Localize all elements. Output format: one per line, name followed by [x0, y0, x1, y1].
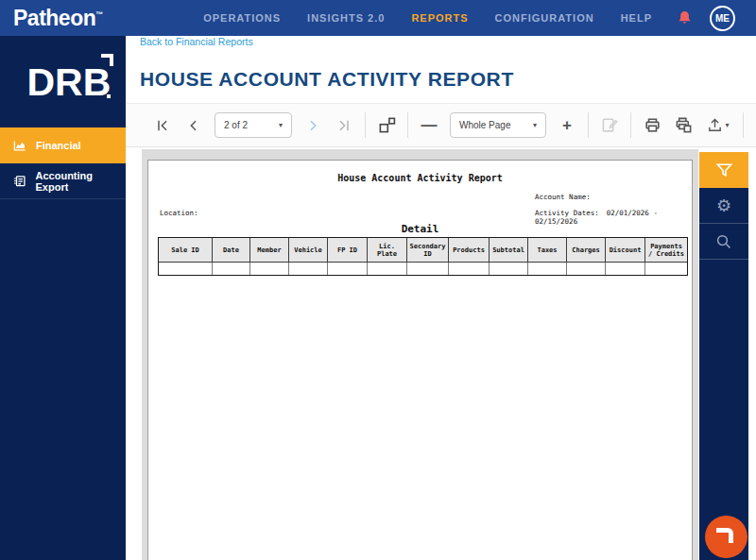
export-icon: [707, 117, 723, 133]
patheon-logo: Patheon™: [13, 6, 103, 31]
column-header-secondary-id: Secondary ID: [407, 238, 449, 263]
sidebar-item-label: Accounting Export: [36, 170, 126, 193]
table-cell: [490, 263, 528, 275]
table-cell: [368, 263, 407, 275]
column-header-payments-credits: Payments / Credits: [645, 238, 687, 263]
table-row: [159, 263, 687, 275]
account-name-label: Account Name:: [535, 193, 591, 201]
notifications-button[interactable]: [677, 9, 693, 26]
report-options-panel: ⚙: [699, 152, 748, 560]
sidebar-item-label: Financial: [36, 140, 81, 151]
table-cell: [606, 263, 645, 275]
column-header-fp-id: FP ID: [328, 238, 368, 263]
chevron-left-icon: [186, 118, 201, 133]
chevron-down-icon: ▾: [533, 121, 537, 129]
edit-parameters-button[interactable]: [599, 115, 620, 136]
table-cell: [289, 263, 328, 275]
detail-table: Sale ID Date Member Vehicle FP ID Lic. P…: [158, 237, 688, 276]
chart-icon: [12, 139, 27, 153]
nav-item-help[interactable]: HELP: [621, 12, 652, 24]
left-sidebar: DRB Financial Accounting Export: [0, 36, 126, 560]
next-page-button[interactable]: [302, 115, 323, 136]
toolbar-separator: [407, 112, 408, 138]
last-page-button[interactable]: [334, 115, 354, 136]
toolbar-separator: [365, 112, 366, 138]
nav-item-configuration[interactable]: CONFIGURATION: [495, 12, 594, 24]
sidebar-item-accounting-export[interactable]: Accounting Export: [0, 163, 126, 199]
export-button[interactable]: ▾: [704, 115, 732, 136]
page-title: HOUSE ACCOUNT ACTIVITY REPORT: [140, 68, 514, 91]
detail-table-header: Sale ID Date Member Vehicle FP ID Lic. P…: [159, 238, 687, 263]
drb-period-mark: [107, 94, 111, 98]
location-label: Location:: [160, 209, 198, 217]
table-cell: [159, 263, 213, 275]
column-header-sale-id: Sale ID: [159, 238, 213, 263]
column-header-taxes: Taxes: [528, 238, 567, 263]
filter-parameters-button[interactable]: [699, 152, 748, 188]
column-header-products: Products: [449, 238, 490, 263]
zoom-in-button[interactable]: +: [557, 115, 577, 136]
previous-page-button[interactable]: [183, 115, 204, 136]
chevron-down-icon: ▾: [279, 121, 283, 129]
column-header-discount: Discount: [606, 238, 645, 263]
gear-icon: ⚙: [716, 195, 731, 216]
multi-page-layout-icon: [378, 116, 396, 134]
activity-dates-label: Activity Dates:: [535, 209, 599, 217]
printer-page-icon: [675, 116, 693, 134]
column-header-date: Date: [213, 238, 250, 263]
panel-search-button[interactable]: [699, 224, 748, 260]
report-viewer-toolbar: 2 of 2 ▾ — Whole Page ▾ +: [126, 103, 756, 147]
nav-item-operations[interactable]: OPERATIONS: [203, 12, 281, 24]
page-number-value: 2 of 2: [224, 120, 248, 130]
chevron-down-icon: ▾: [725, 121, 729, 129]
table-cell: [250, 263, 289, 275]
drb-bracket-icon: [716, 528, 733, 543]
report-page: House Account Activity Report Account Na…: [147, 160, 693, 560]
first-page-icon: [155, 118, 170, 133]
zoom-level-select[interactable]: Whole Page ▾: [450, 112, 546, 138]
report-viewer-body: House Account Activity Report Account Na…: [126, 147, 756, 560]
user-avatar[interactable]: ME: [710, 6, 735, 31]
detail-section-title: Detail: [148, 223, 692, 235]
last-page-icon: [336, 118, 352, 133]
edit-document-icon: [601, 116, 619, 134]
top-navigation-bar: Patheon™ OPERATIONS INSIGHTS 2.0 REPORTS…: [0, 0, 756, 36]
table-cell: [528, 263, 567, 275]
column-header-charges: Charges: [567, 238, 606, 263]
accounting-export-icon: [12, 173, 27, 189]
chevron-right-icon: [305, 118, 320, 133]
print-page-setup-button[interactable]: [673, 115, 694, 136]
print-button[interactable]: [642, 115, 662, 136]
search-icon: [715, 233, 732, 250]
report-title: House Account Activity Report: [148, 173, 692, 183]
drb-bracket-mark: [101, 54, 113, 66]
top-nav-menu: OPERATIONS INSIGHTS 2.0 REPORTS CONFIGUR…: [203, 12, 652, 24]
table-cell: [567, 263, 606, 275]
page-number-select[interactable]: 2 of 2 ▾: [215, 112, 292, 138]
nav-item-insights[interactable]: INSIGHTS 2.0: [307, 12, 385, 24]
drb-logo: DRB: [27, 60, 99, 105]
back-to-financial-reports-link[interactable]: Back to Financial Reports: [140, 36, 253, 47]
toolbar-separator: [630, 112, 631, 138]
table-cell: [213, 263, 250, 275]
sidebar-item-financial[interactable]: Financial: [0, 127, 126, 163]
page-background-area: House Account Activity Report Account Na…: [142, 149, 698, 560]
drb-logo-text: DRB: [27, 60, 112, 104]
trademark-symbol: ™: [95, 10, 103, 19]
first-page-button[interactable]: [152, 115, 173, 136]
toolbar-separator: [588, 112, 589, 138]
column-header-vehicle: Vehicle: [289, 238, 328, 263]
patheon-logo-text: Patheon: [13, 6, 95, 30]
page-layout-button[interactable]: [376, 115, 397, 136]
printer-icon: [644, 116, 662, 134]
filter-icon: [715, 161, 733, 179]
settings-button[interactable]: ⚙: [699, 188, 748, 224]
table-cell: [407, 263, 449, 275]
drb-chat-widget-button[interactable]: [705, 516, 747, 558]
table-cell: [449, 263, 490, 275]
column-header-member: Member: [250, 238, 289, 263]
table-cell: [645, 263, 687, 275]
main-content: Back to Financial Reports HOUSE ACCOUNT …: [126, 36, 756, 560]
zoom-out-button[interactable]: —: [419, 115, 439, 136]
nav-item-reports[interactable]: REPORTS: [411, 12, 468, 24]
